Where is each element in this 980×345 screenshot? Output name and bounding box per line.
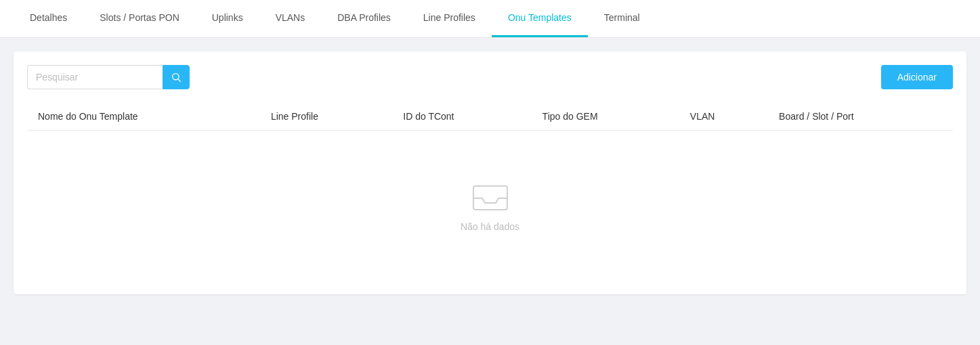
- table-body: Não há dados: [27, 131, 953, 281]
- top-navigation: DetalhesSlots / Portas PONUplinksVLANsDB…: [0, 0, 980, 38]
- column-header-tipo-gem: Tipo do GEM: [532, 103, 679, 131]
- add-button[interactable]: Adicionar: [881, 65, 953, 89]
- search-button[interactable]: [163, 65, 190, 89]
- nav-item-line-profiles[interactable]: Line Profiles: [407, 0, 492, 37]
- nav-item-terminal[interactable]: Terminal: [588, 0, 656, 37]
- search-icon: [171, 72, 182, 83]
- table-header: Nome do Onu TemplateLine ProfileID do TC…: [27, 103, 953, 131]
- column-header-id-tcont: ID do TCont: [392, 103, 531, 131]
- empty-cell: Não há dados: [27, 131, 953, 281]
- search-input[interactable]: [27, 65, 163, 89]
- column-header-nome-onu-template: Nome do Onu Template: [27, 103, 260, 131]
- empty-inbox-icon: [470, 179, 511, 213]
- svg-line-1: [178, 79, 181, 82]
- content-card: Adicionar Nome do Onu TemplateLine Profi…: [14, 51, 966, 294]
- card-toolbar: Adicionar: [27, 65, 953, 89]
- onu-templates-table: Nome do Onu TemplateLine ProfileID do TC…: [27, 103, 953, 281]
- column-header-line-profile: Line Profile: [260, 103, 392, 131]
- empty-state: Não há dados: [38, 139, 942, 273]
- nav-item-slots-portas-pon[interactable]: Slots / Portas PON: [83, 0, 195, 37]
- nav-item-vlans[interactable]: VLANs: [259, 0, 322, 37]
- nav-item-dba-profiles[interactable]: DBA Profiles: [321, 0, 407, 37]
- nav-item-uplinks[interactable]: Uplinks: [196, 0, 259, 37]
- search-group: [27, 65, 190, 89]
- svg-point-0: [173, 74, 179, 80]
- table-header-row: Nome do Onu TemplateLine ProfileID do TC…: [27, 103, 953, 131]
- empty-text: Não há dados: [461, 221, 519, 232]
- nav-item-detalhes[interactable]: Detalhes: [14, 0, 83, 37]
- nav-item-onu-templates[interactable]: Onu Templates: [492, 0, 588, 37]
- column-header-board-slot-port: Board / Slot / Port: [768, 103, 953, 131]
- empty-row: Não há dados: [27, 131, 953, 281]
- main-content: Adicionar Nome do Onu TemplateLine Profi…: [0, 38, 980, 308]
- column-header-vlan: VLAN: [679, 103, 768, 131]
